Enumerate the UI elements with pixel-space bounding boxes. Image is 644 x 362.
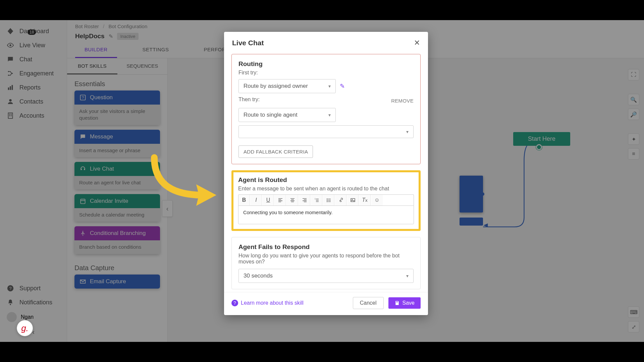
- panel-tab-sequences[interactable]: SEQUENCES: [117, 58, 168, 74]
- nav-label: Contacts: [19, 98, 43, 105]
- agent-fails-card: Agent Fails to Respond How long do you w…: [231, 237, 421, 289]
- keyboard-button[interactable]: ⌨: [628, 306, 639, 318]
- svg-point-27: [327, 200, 328, 201]
- svg-point-28: [327, 201, 328, 202]
- italic-button[interactable]: I: [251, 195, 262, 205]
- bold-button[interactable]: B: [238, 195, 250, 205]
- zoom-out-button[interactable]: 🔎: [628, 109, 639, 120]
- svg-rect-5: [10, 86, 11, 90]
- then-try-select[interactable]: Route to single agent▾: [238, 108, 336, 122]
- cancel-button[interactable]: Cancel: [353, 297, 384, 309]
- svg-rect-4: [8, 87, 9, 90]
- nav-label: Engagement: [19, 70, 54, 77]
- magic-button[interactable]: ✦: [628, 133, 639, 145]
- agent-select[interactable]: ▾: [238, 125, 414, 138]
- nav-label: Support: [19, 285, 41, 292]
- nav-label: Notifications: [19, 299, 52, 306]
- fullscreen-button[interactable]: ⛶: [628, 69, 639, 80]
- routing-card: Routing First try: Route by assigned own…: [231, 54, 421, 164]
- nav-reports[interactable]: Reports: [0, 80, 67, 95]
- agent-routed-editor[interactable]: Connecting you to someone momentarily.: [238, 205, 414, 224]
- emoji-button[interactable]: ☺: [371, 195, 383, 205]
- live-chat-modal: Live Chat ✕ Routing First try: Route by …: [224, 32, 428, 315]
- avatar: [7, 312, 17, 322]
- skill-question[interactable]: ?Question Ask your site visitors a simpl…: [74, 90, 160, 125]
- nav-label: Accounts: [19, 112, 44, 119]
- agent-fails-sub: How long do you want to give your agents…: [238, 253, 414, 265]
- ordered-list-button[interactable]: 1: [311, 195, 322, 205]
- panel-tab-skills[interactable]: BOT SKILLS: [67, 58, 117, 74]
- node-port[interactable]: [481, 192, 484, 196]
- align-left-button[interactable]: [275, 195, 286, 205]
- clear-format-button[interactable]: Tx: [359, 195, 371, 205]
- first-try-select[interactable]: Route by assigned owner▾: [238, 79, 336, 93]
- notification-badge: 18: [28, 29, 36, 35]
- save-skill-button[interactable]: Save: [388, 297, 421, 309]
- chevron-down-icon: ▾: [406, 129, 409, 134]
- rich-text-toolbar: B I U 1 Tx ☺: [238, 194, 414, 205]
- arrange-button[interactable]: ≡: [628, 148, 639, 160]
- first-try-label: First try:: [238, 70, 414, 76]
- svg-rect-8: [8, 113, 13, 119]
- zoom-in-button[interactable]: 🔍: [628, 94, 639, 105]
- nav-accounts[interactable]: Accounts: [0, 109, 67, 123]
- breadcrumb-sep: /: [103, 23, 104, 29]
- tab-builder[interactable]: BUILDER: [75, 43, 117, 58]
- timeout-select[interactable]: 30 seconds▾: [238, 269, 414, 283]
- breadcrumb-root[interactable]: Bot Roster: [75, 23, 99, 29]
- svg-point-15: [10, 304, 11, 305]
- bars-icon: [7, 84, 14, 91]
- underline-button[interactable]: U: [263, 195, 274, 205]
- nav-chat[interactable]: Chat: [0, 52, 67, 66]
- edit-route-icon[interactable]: ✎: [340, 82, 345, 90]
- branch-icon: [7, 70, 14, 77]
- skill-calendar[interactable]: Calendar Invite Schedule a calendar meet…: [74, 194, 160, 222]
- svg-rect-29: [351, 198, 355, 201]
- expand-button[interactable]: ⤢: [628, 321, 639, 333]
- edit-name-icon[interactable]: ✎: [109, 33, 113, 40]
- svg-point-2: [8, 75, 9, 76]
- svg-point-0: [9, 44, 11, 46]
- nav-label: Reports: [19, 84, 41, 91]
- section-data-capture: Data Capture: [67, 259, 167, 275]
- building-icon: [7, 112, 14, 119]
- agent-routed-card: Agent is Routed Enter a message to be se…: [231, 170, 421, 231]
- tab-settings[interactable]: SETTINGS: [133, 43, 178, 58]
- help-box-icon: ?: [79, 94, 87, 101]
- skill-message[interactable]: Message Insert a message or phrase: [74, 130, 160, 157]
- eye-icon: [7, 42, 14, 49]
- unordered-list-button[interactable]: [323, 195, 334, 205]
- skill-conditional[interactable]: Conditional Branching Branch based on co…: [74, 226, 160, 254]
- start-node[interactable]: Start Here: [513, 132, 570, 146]
- user-row[interactable]: Ngan: [0, 309, 67, 325]
- breadcrumb-current: Bot Configuration: [108, 23, 147, 29]
- nav-support[interactable]: ? Support: [0, 281, 67, 295]
- split-icon: [79, 230, 87, 237]
- user-name: Ngan: [21, 314, 34, 320]
- link-button[interactable]: [335, 195, 346, 205]
- skill-email-capture[interactable]: Email Capture: [74, 275, 160, 289]
- add-fallback-button[interactable]: ADD FALLBACK CRITERIA: [238, 145, 313, 158]
- agent-routed-sub: Enter a message to be sent when an agent…: [238, 186, 414, 192]
- message-icon: [79, 133, 87, 140]
- sidebar-collapse-button[interactable]: ‹: [0, 325, 67, 339]
- canvas-node-footer[interactable]: [460, 218, 483, 226]
- close-icon[interactable]: ✕: [414, 39, 420, 47]
- panel-collapse-button[interactable]: ‹: [162, 200, 173, 217]
- align-right-button[interactable]: [299, 195, 310, 205]
- nav-engagement[interactable]: Engagement: [0, 66, 67, 80]
- skills-panel: BOT SKILLS SEQUENCES Essentials ?Questio…: [67, 58, 168, 342]
- remove-route-button[interactable]: REMOVE: [391, 98, 414, 104]
- svg-point-26: [327, 198, 328, 199]
- align-center-button[interactable]: [287, 195, 298, 205]
- canvas-node[interactable]: [460, 176, 483, 213]
- nav-notifications[interactable]: Notifications: [0, 295, 67, 309]
- nav-live-view[interactable]: Live View: [0, 38, 67, 52]
- grammarly-badge[interactable]: g.: [17, 320, 33, 336]
- skill-live-chat[interactable]: Live Chat Route an agent for live chat: [74, 162, 160, 189]
- nav-contacts[interactable]: Contacts: [0, 95, 67, 109]
- image-button[interactable]: [347, 195, 359, 205]
- logo-icon: [7, 27, 14, 35]
- learn-more-link[interactable]: ? Learn more about this skill: [231, 300, 304, 306]
- start-node-port[interactable]: [536, 144, 542, 150]
